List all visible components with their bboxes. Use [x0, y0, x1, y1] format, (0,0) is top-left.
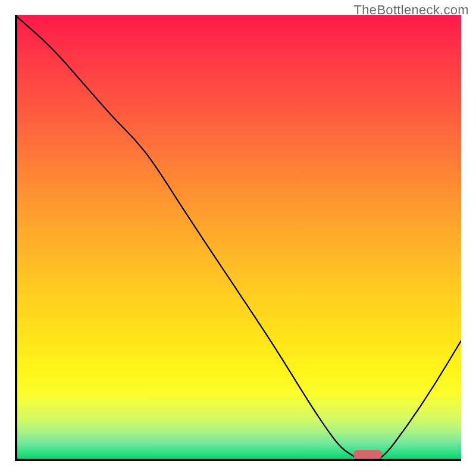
chart-plot-area — [15, 15, 461, 461]
chart-background-gradient — [15, 15, 461, 461]
minimum-marker — [353, 450, 382, 459]
